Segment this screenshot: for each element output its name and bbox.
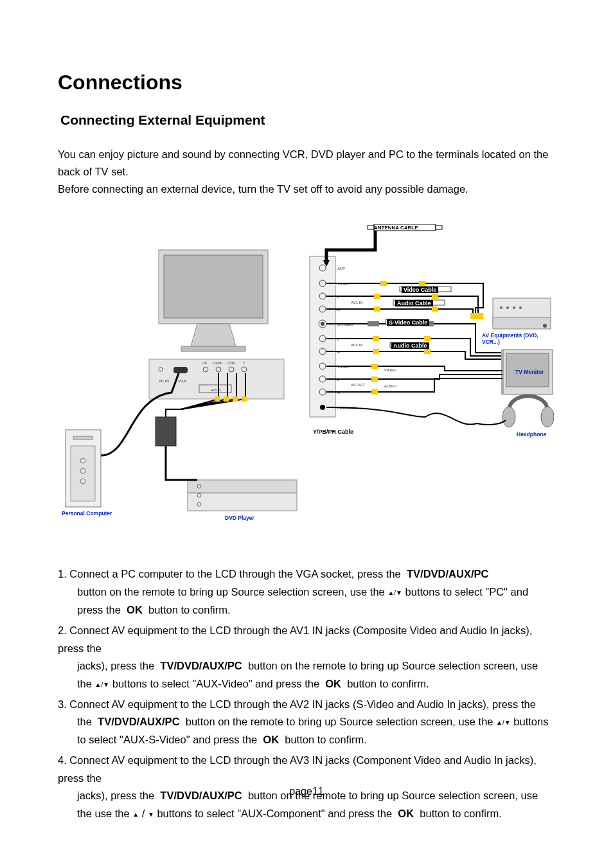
down-arrow-icon: ▼ — [148, 809, 154, 820]
slash-icon: / — [139, 808, 148, 819]
svg-rect-90 — [373, 336, 379, 341]
up-arrow-icon: ▲ — [132, 809, 139, 820]
svg-rect-78 — [493, 317, 551, 329]
svg-rect-67 — [419, 281, 425, 286]
step-3-c: button on the remote to bring up Source … — [186, 716, 496, 727]
svg-rect-2 — [181, 346, 245, 351]
label-dvd-player: DVD Player — [225, 515, 254, 521]
step-4-ok: OK — [398, 808, 414, 819]
svg-rect-31 — [224, 396, 229, 402]
svg-rect-76 — [470, 313, 483, 319]
svg-rect-102 — [371, 376, 378, 382]
svg-point-106 — [502, 407, 515, 427]
page-title: Connections — [58, 71, 555, 94]
step-1-btn: TV/DVD/AUX/PC — [407, 568, 488, 580]
label-tv-monitor: TV Monitor — [515, 369, 544, 375]
intro-text: You can enjoy picture and sound by conne… — [58, 146, 555, 199]
step-1-a: 1. Connect a PC computer to the LCD thro… — [58, 568, 404, 580]
up-arrow-icon: ▲ — [387, 587, 394, 598]
svg-point-83 — [543, 324, 547, 328]
svg-text:Cb/Pb: Cb/Pb — [213, 361, 222, 365]
svg-rect-85 — [368, 321, 379, 326]
svg-point-80 — [506, 306, 509, 309]
svg-text:AV1 IN: AV1 IN — [351, 301, 363, 305]
step-2-btn: TV/DVD/AUX/PC — [160, 660, 242, 671]
svg-text:Cr/Pr: Cr/Pr — [227, 361, 235, 365]
svg-rect-71 — [374, 294, 380, 299]
svg-rect-72 — [374, 306, 380, 312]
svg-rect-33 — [242, 396, 247, 402]
svg-rect-91 — [373, 349, 379, 354]
svg-rect-29 — [155, 417, 176, 446]
svg-text:VGA: VGA — [178, 379, 186, 383]
svg-text:PC IN: PC IN — [159, 379, 169, 383]
svg-text:VIDEO: VIDEO — [384, 368, 396, 372]
svg-rect-66 — [380, 281, 387, 286]
step-4-a: 4. Connect AV equipment to the LCD throu… — [58, 754, 537, 784]
svg-text:L/R: L/R — [202, 361, 207, 365]
step-4-f: button to confirm. — [420, 808, 501, 819]
instruction-steps: 1. Connect a PC computer to the LCD thro… — [58, 565, 555, 823]
svg-point-79 — [500, 306, 502, 309]
svg-text:AUDIO: AUDIO — [384, 384, 396, 388]
label-ypbpr: Y/PB/PR Cable — [313, 429, 353, 435]
step-2-f: button to confirm. — [347, 678, 429, 689]
svg-rect-63 — [436, 226, 442, 229]
pc-tower — [66, 430, 101, 507]
svg-rect-19 — [73, 436, 93, 439]
step-2-d: buttons to select "AUX-Video" and press … — [112, 678, 323, 689]
svg-point-46 — [320, 405, 325, 410]
port-stack: ANT VIDEO L R AV1 IN S-VIDEO L R AV2 IN … — [310, 256, 365, 417]
step-4-d: buttons to select "AUX-Component" and pr… — [157, 808, 395, 819]
svg-point-82 — [519, 306, 522, 309]
step-3-ok: OK — [263, 734, 279, 745]
headphones — [326, 396, 554, 427]
svg-rect-73 — [432, 294, 438, 299]
label-svideo-cable: S-Video Cable — [387, 319, 429, 326]
svg-rect-32 — [233, 396, 238, 402]
dvd-player — [188, 480, 297, 511]
svg-point-81 — [513, 306, 515, 309]
label-headphone: Headphone — [517, 431, 546, 438]
up-arrow-icon: ▲ — [496, 717, 502, 728]
svg-rect-92 — [424, 336, 431, 341]
step-1: 1. Connect a PC computer to the LCD thro… — [58, 565, 555, 619]
step-2: 2. Connect AV equipment to the LCD throu… — [58, 621, 555, 693]
page-number: page11 — [0, 786, 613, 797]
step-3-f: button to confirm. — [285, 734, 366, 745]
svg-rect-103 — [371, 389, 378, 394]
svg-text:ANT: ANT — [337, 267, 345, 270]
label-av-equip: AV Equipments (DVD, VCR...) — [482, 332, 554, 345]
step-3: 3. Connect AV equipment to the LCD throu… — [58, 695, 555, 748]
step-3-btn: TV/DVD/AUX/PC — [98, 716, 179, 727]
section-subtitle: Connecting External Equipment — [60, 112, 555, 128]
svg-rect-97 — [501, 350, 504, 394]
step-3-a: 3. Connect AV equipment to the LCD throu… — [58, 698, 536, 710]
svg-rect-74 — [432, 306, 438, 312]
svg-point-107 — [541, 407, 554, 427]
svg-rect-93 — [424, 349, 431, 354]
svg-rect-5 — [173, 367, 188, 373]
svg-rect-25 — [188, 480, 297, 493]
svg-rect-62 — [368, 226, 374, 229]
intro-line-1: You can enjoy picture and sound by conne… — [58, 148, 548, 177]
tv-front — [159, 250, 268, 351]
svg-rect-24 — [188, 493, 297, 511]
svg-rect-101 — [371, 364, 378, 369]
av-equipment — [493, 298, 551, 329]
label-audio-cable-1: Audio Cable — [395, 300, 433, 306]
up-arrow-icon: ▲ — [95, 679, 102, 690]
connection-diagram: PC IN VGA L/R Cb/Pb Cr/Pr Y AV3 IN — [59, 224, 554, 526]
svg-text:AV OUT: AV OUT — [351, 383, 365, 387]
label-pc: Personal Computer — [62, 510, 112, 517]
av-out-cables: VIDEO AUDIO — [326, 364, 502, 394]
step-1-c: button on the remote to bring up Source … — [77, 586, 385, 598]
svg-text:AV3 IN: AV3 IN — [211, 388, 221, 392]
label-antenna: ANTENNA CABLE — [374, 225, 418, 231]
svg-rect-1 — [164, 255, 263, 318]
label-video-cable: Video Cable — [402, 287, 438, 293]
svg-rect-30 — [215, 396, 220, 402]
label-audio-cable-2: Audio Cable — [391, 342, 429, 349]
step-1-ok: OK — [127, 604, 143, 616]
diagram-svg: PC IN VGA L/R Cb/Pb Cr/Pr Y AV3 IN — [59, 224, 554, 526]
